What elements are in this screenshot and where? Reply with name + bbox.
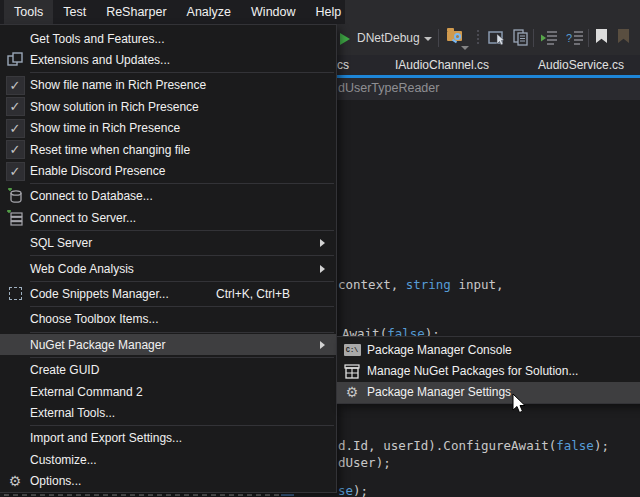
menubar-item-test[interactable]: Test [53,0,96,24]
extensions-icon [7,52,23,68]
gear-icon: ⚙ [346,385,359,399]
menu-item-show-time-in-rich-presence[interactable]: ✓Show time in Rich Presence [0,118,336,139]
check-icon: ✓ [6,97,25,116]
code-token: d.Id, userId).ConfigureAwait( [338,438,556,453]
code-line: d.Id, userId).ConfigureAwait(false); [338,438,609,453]
menu-item-connect-to-database[interactable]: Connect to Database... [0,186,336,207]
menu-item-options[interactable]: ⚙Options... [0,470,336,491]
check-icon: ✓ [6,162,25,181]
menubar-item-help[interactable]: Help [306,0,352,24]
toolbar-grip[interactable] [477,30,479,44]
copy-icon [513,29,530,46]
tab-iaudiochannel-cs[interactable]: IAudioChannel.cs [378,55,506,75]
menu-item-reset-time-when-changing-file[interactable]: ✓Reset time when changing file [0,139,336,160]
menu-item-external-tools[interactable]: External Tools... [0,402,336,423]
menu-item-label: Create GUID [30,363,320,377]
pointer-frame-icon [488,29,506,46]
clipped-code-line [281,494,294,496]
tab-audioservice-cs[interactable]: AudioService.cs [522,55,640,75]
menu-item-connect-to-server[interactable]: Connect to Server... [0,207,336,228]
format-indent-button[interactable] [540,30,558,45]
menu-separator [30,255,334,256]
code-token-keyword: false [556,438,594,453]
bookmark-icon [596,29,607,43]
navigate-to-button[interactable] [488,29,506,46]
menu-item-choose-toolbox-items[interactable]: Choose Toolbox Items... [0,309,336,330]
menu-item-label: Connect to Database... [30,189,320,203]
menu-item-external-command-2[interactable]: External Command 2 [0,381,336,402]
find-in-files-button[interactable] [447,31,462,41]
toolbar-separator [533,29,534,47]
menu-bar: ToolsTestReSharperAnalyzeWindowHelp [0,0,345,24]
comment-code-button[interactable]: ? [566,30,584,45]
run-target-dropdown[interactable] [424,37,432,41]
submenu-arrow-icon [320,265,336,273]
menu-item-label: Reset time when changing file [30,143,320,157]
code-line: se); [338,483,368,497]
menu-item-enable-discord-presence[interactable]: ✓Enable Discord Presence [0,160,336,181]
menu-item-extensions-and-updates[interactable]: Extensions and Updates... [0,49,336,70]
menubar-item-analyze[interactable]: Analyze [177,0,241,24]
snippets-icon [9,287,22,300]
navbar-type-name[interactable]: dUserTypeReader [338,81,439,95]
menubar-item-resharper[interactable]: ReSharper [96,0,176,24]
nuget-icon [344,364,360,379]
menu-item-get-tools-and-features[interactable]: Get Tools and Features... [0,28,336,49]
menu-separator [30,332,334,333]
nuget-icon [337,364,367,379]
menu-item-code-snippets-manager[interactable]: Code Snippets Manager...Ctrl+K, Ctrl+B [0,283,336,304]
vs-window: DNetDebug ? ToolsTestReSharperAna [0,0,640,497]
menu-item-label: Connect to Server... [30,211,320,225]
menu-item-create-guid[interactable]: Create GUID [0,359,336,380]
indent-lines-icon [540,30,558,45]
check-icon: ✓ [0,162,30,181]
clipped-code-line [4,494,280,496]
menu-item-label: Customize... [30,453,320,467]
check-icon: ✓ [6,140,25,159]
check-icon: ✓ [0,97,30,116]
toggle-bookmark-button[interactable] [596,29,607,43]
menu-item-label: Options... [30,474,320,488]
server-icon [0,210,30,226]
check-icon: ✓ [6,119,25,138]
bookmark-next-icon [618,29,629,43]
submenu-item-package-manager-console[interactable]: C:\Package Manager Console [337,339,640,360]
run-target-label[interactable]: DNetDebug [357,31,420,45]
menu-item-label: Manage NuGet Packages for Solution... [367,364,629,378]
menu-separator [30,281,334,282]
menubar-item-tools[interactable]: Tools [4,0,53,24]
submenu-item-manage-nuget-packages-for-solution[interactable]: Manage NuGet Packages for Solution... [337,360,640,381]
menu-item-label: SQL Server [30,236,320,250]
menu-separator [30,72,334,73]
database-icon [0,188,30,204]
menu-item-label: External Command 2 [30,385,320,399]
svg-text:?: ? [566,32,572,44]
menubar-item-window[interactable]: Window [241,0,305,24]
check-icon: ✓ [0,119,30,138]
code-token: dUser); [338,455,391,470]
menu-item-label: Show time in Rich Presence [30,121,320,135]
menu-item-label: Choose Toolbox Items... [30,312,320,326]
menu-item-nuget-package-manager[interactable]: NuGet Package Manager [0,334,336,355]
code-line: dUser); [338,455,391,470]
code-token: context, [338,277,406,292]
copy-button[interactable] [513,29,530,46]
menu-item-import-and-export-settings[interactable]: Import and Export Settings... [0,428,336,449]
find-dropdown[interactable] [461,46,469,50]
server-icon [7,210,23,226]
menu-item-sql-server[interactable]: SQL Server [0,233,336,254]
start-debug-button[interactable] [340,33,350,45]
code-token-keyword: se [338,483,353,497]
code-token-keyword: string [406,277,451,292]
menu-item-customize[interactable]: Customize... [0,449,336,470]
submenu-arrow-icon [320,239,336,247]
menu-item-show-file-name-in-rich-presence[interactable]: ✓Show file name in Rich Presence [0,75,336,96]
toolbar-separator [588,29,589,47]
submenu-item-package-manager-settings[interactable]: ⚙Package Manager Settings [337,382,640,403]
chevron-down-icon [424,37,432,41]
gear-icon: ⚙ [337,385,367,399]
next-bookmark-button[interactable] [618,29,629,43]
mouse-cursor [512,393,528,415]
menu-item-show-solution-in-rich-presence[interactable]: ✓Show solution in Rich Presence [0,96,336,117]
menu-item-web-code-analysis[interactable]: Web Code Analysis [0,258,336,279]
